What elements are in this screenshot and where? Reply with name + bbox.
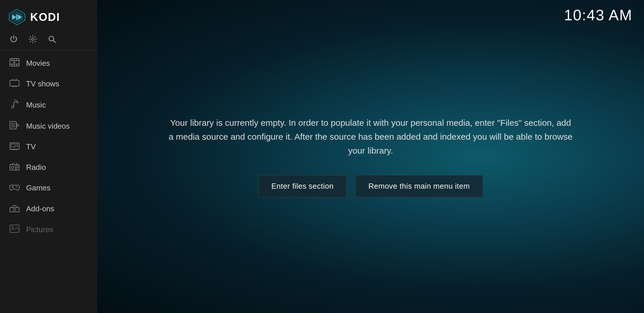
sidebar-item-movies[interactable]: Movies	[0, 53, 97, 74]
music-svg-icon	[10, 99, 19, 109]
svg-line-26	[14, 102, 18, 103]
sidebar-item-radio[interactable]: Radio	[0, 157, 97, 178]
music-videos-svg-icon	[10, 121, 19, 129]
svg-rect-51	[10, 208, 19, 212]
svg-point-54	[12, 226, 13, 228]
radio-icon	[9, 162, 20, 172]
svg-rect-14	[12, 64, 12, 66]
pictures-icon	[9, 225, 20, 235]
movies-svg-icon	[10, 58, 19, 66]
radio-label: Radio	[26, 163, 46, 172]
action-buttons: Enter files section Remove this main men…	[258, 175, 483, 197]
sidebar-item-pictures[interactable]: Pictures	[0, 219, 97, 240]
music-label: Music	[26, 101, 46, 110]
tv-shows-icon	[9, 79, 20, 89]
svg-point-41	[11, 166, 14, 169]
svg-rect-9	[10, 60, 19, 61]
center-area: Your library is currently empty. In orde…	[97, 0, 644, 313]
svg-rect-18	[10, 80, 19, 86]
sidebar: KODI	[0, 0, 97, 313]
games-svg-icon	[9, 183, 20, 191]
svg-marker-17	[13, 61, 16, 63]
add-ons-label: Add-ons	[26, 204, 54, 213]
sidebar-item-music[interactable]: Music	[0, 94, 97, 116]
sidebar-item-games[interactable]: Games	[0, 178, 97, 198]
settings-icon	[28, 35, 37, 43]
music-videos-label: Music videos	[26, 122, 70, 131]
svg-rect-10	[10, 64, 19, 64]
main-nav: Movies TV shows	[0, 53, 97, 240]
radio-svg-icon	[10, 162, 19, 170]
svg-rect-16	[16, 64, 17, 66]
tv-shows-label: TV shows	[26, 79, 59, 88]
tv-svg-icon	[10, 142, 19, 150]
tv-icon	[9, 142, 20, 152]
add-ons-svg-icon	[10, 203, 19, 212]
enter-files-button[interactable]: Enter files section	[258, 175, 347, 197]
movies-label: Movies	[26, 59, 50, 68]
svg-rect-36	[11, 144, 15, 147]
search-icon	[48, 35, 56, 43]
movies-icon	[9, 58, 20, 68]
games-icon	[9, 183, 20, 193]
time-display: 10:43 AM	[564, 6, 632, 24]
svg-marker-28	[17, 123, 19, 127]
divider	[0, 50, 97, 51]
svg-rect-11	[12, 59, 12, 60]
app-header: KODI	[0, 0, 97, 32]
sidebar-toolbar	[0, 32, 97, 50]
remove-menu-item-button[interactable]: Remove this main menu item	[355, 175, 483, 197]
svg-rect-13	[16, 59, 17, 60]
svg-point-5	[32, 38, 34, 40]
music-videos-icon	[9, 121, 20, 131]
tv-label: TV	[26, 142, 36, 151]
games-label: Games	[26, 183, 50, 192]
tv-shows-svg-icon	[10, 79, 19, 87]
settings-button[interactable]	[28, 35, 37, 43]
sidebar-item-music-videos[interactable]: Music videos	[0, 116, 97, 137]
music-icon	[9, 99, 20, 111]
svg-rect-4	[16, 14, 17, 20]
search-button[interactable]	[48, 35, 56, 43]
app-title: KODI	[30, 11, 60, 23]
main-content: 10:43 AM Your library is currently empty…	[97, 0, 644, 313]
power-button[interactable]	[9, 35, 18, 43]
sidebar-item-tv-shows[interactable]: TV shows	[0, 74, 97, 94]
pictures-label: Pictures	[26, 225, 53, 234]
svg-rect-15	[14, 64, 15, 66]
svg-line-7	[53, 40, 55, 43]
pictures-svg-icon	[10, 225, 19, 233]
svg-point-24	[12, 106, 14, 108]
svg-rect-52	[13, 209, 16, 211]
svg-point-50	[17, 187, 18, 188]
svg-rect-12	[14, 59, 15, 60]
add-ons-icon	[9, 203, 20, 214]
library-empty-message: Your library is currently empty. In orde…	[168, 116, 574, 158]
kodi-logo-icon	[8, 8, 26, 26]
sidebar-item-add-ons[interactable]: Add-ons	[0, 198, 97, 219]
sidebar-item-tv[interactable]: TV	[0, 137, 97, 157]
svg-point-49	[16, 186, 17, 187]
power-icon	[9, 35, 18, 43]
